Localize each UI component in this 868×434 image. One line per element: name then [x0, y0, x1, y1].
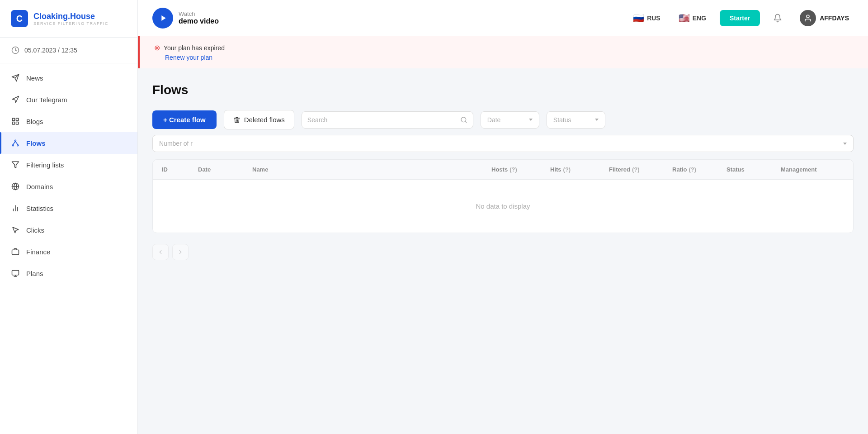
- renew-plan-link[interactable]: Renew your plan: [154, 54, 854, 61]
- pagination: [152, 244, 854, 260]
- ru-flag-icon: 🇷🇺: [633, 13, 644, 24]
- col-date: Date: [198, 166, 252, 173]
- demo-video-label: demo video: [179, 17, 219, 25]
- lang-en-button[interactable]: 🇺🇸 ENG: [674, 10, 711, 26]
- sidebar-item-clicks[interactable]: Clicks: [0, 219, 137, 241]
- help-icon[interactable]: (?): [509, 166, 517, 173]
- sidebar-item-label: Finance: [26, 248, 50, 256]
- flows-icon: [11, 138, 20, 148]
- chevron-down-icon: [529, 119, 533, 121]
- sidebar-item-finance[interactable]: Finance: [0, 241, 137, 262]
- sidebar-item-domains[interactable]: Domains: [0, 176, 137, 197]
- sidebar-datetime: 05.07.2023 / 12:35: [0, 38, 137, 63]
- sidebar: C Cloaking.House SERVICE FILTERING TRAFF…: [0, 0, 138, 434]
- cursor-icon: [11, 225, 20, 234]
- col-hosts: Hosts (?): [491, 166, 550, 173]
- svg-rect-5: [12, 122, 14, 124]
- stats-icon: [11, 204, 20, 213]
- sidebar-nav: News Our Telegram Blogs: [0, 63, 137, 434]
- megaphone-icon: [11, 73, 20, 82]
- alert-banner: ⊗ Your plan has expired Renew your plan: [138, 36, 868, 68]
- flows-table: ID Date Name Hosts (?) Hits (?) Filtered…: [152, 159, 854, 233]
- alert-message-row: ⊗ Your plan has expired: [154, 43, 854, 52]
- avatar: [800, 10, 816, 26]
- svg-line-10: [15, 141, 18, 145]
- plans-icon: [11, 269, 20, 278]
- logo-area: C Cloaking.House SERVICE FILTERING TRAFF…: [0, 0, 137, 38]
- finance-icon: [11, 247, 20, 256]
- col-hits: Hits (?): [550, 166, 609, 173]
- svg-marker-1: [12, 96, 19, 103]
- svg-marker-11: [12, 162, 19, 168]
- help-icon[interactable]: (?): [689, 166, 697, 173]
- search-input[interactable]: [307, 112, 457, 128]
- svg-rect-17: [12, 250, 19, 255]
- col-status: Status: [726, 166, 781, 173]
- create-flow-button[interactable]: + Create flow: [152, 110, 217, 129]
- sidebar-item-filtering[interactable]: Filtering lists: [0, 154, 137, 176]
- help-icon[interactable]: (?): [632, 166, 640, 173]
- user-menu-button[interactable]: AFFDAYS: [795, 7, 854, 29]
- sidebar-item-news[interactable]: News: [0, 67, 137, 89]
- play-button[interactable]: [152, 8, 173, 29]
- next-page-button[interactable]: [172, 244, 189, 260]
- chevron-right-icon: [177, 249, 184, 255]
- help-icon[interactable]: (?): [563, 166, 571, 173]
- svg-rect-18: [12, 270, 19, 275]
- svg-rect-3: [16, 118, 19, 120]
- bell-icon: [773, 14, 782, 23]
- table-header: ID Date Name Hosts (?) Hits (?) Filtered…: [153, 160, 853, 180]
- svg-marker-21: [161, 15, 165, 21]
- sidebar-item-label: Statistics: [26, 205, 53, 212]
- number-dropdown[interactable]: Number of r: [152, 135, 854, 152]
- col-id: ID: [162, 166, 198, 173]
- status-dropdown[interactable]: Status: [547, 111, 605, 129]
- svg-line-24: [465, 121, 467, 123]
- date-dropdown[interactable]: Date: [481, 111, 539, 129]
- prev-page-button[interactable]: [152, 244, 169, 260]
- svg-rect-4: [16, 122, 19, 124]
- send-icon: [11, 95, 20, 104]
- sidebar-item-blogs[interactable]: Blogs: [0, 110, 137, 132]
- user-name: AFFDAYS: [820, 14, 849, 22]
- domain-icon: [11, 182, 20, 191]
- trash-icon: [233, 116, 241, 124]
- search-icon: [460, 116, 467, 124]
- notifications-button[interactable]: [769, 10, 786, 27]
- sidebar-item-flows[interactable]: Flows: [0, 132, 137, 154]
- page-title: Flows: [152, 83, 854, 97]
- col-management: Management: [781, 166, 844, 173]
- filter-icon: [11, 160, 20, 169]
- us-flag-icon: 🇺🇸: [679, 13, 690, 24]
- lang-en-label: ENG: [693, 14, 706, 22]
- content-area: ⊗ Your plan has expired Renew your plan …: [138, 36, 868, 434]
- sidebar-item-label: Domains: [26, 183, 53, 191]
- svg-rect-2: [12, 118, 14, 120]
- alert-text: Your plan has expired: [164, 44, 225, 52]
- deleted-flows-button[interactable]: Deleted flows: [224, 110, 294, 129]
- watch-demo-section[interactable]: Watch demo video: [152, 8, 219, 29]
- sidebar-item-label: Blogs: [26, 118, 43, 125]
- svg-line-9: [13, 141, 15, 145]
- sidebar-item-telegram[interactable]: Our Telegram: [0, 89, 137, 110]
- sidebar-item-label: Filtering lists: [26, 161, 64, 169]
- svg-point-22: [807, 15, 809, 18]
- sidebar-item-label: Clicks: [26, 226, 44, 234]
- table-empty-state: No data to display: [153, 180, 853, 233]
- layout-icon: [11, 117, 20, 126]
- lang-ru-button[interactable]: 🇷🇺 RUS: [628, 10, 665, 26]
- sidebar-item-statistics[interactable]: Statistics: [0, 197, 137, 219]
- main-area: Watch demo video 🇷🇺 RUS 🇺🇸 ENG Starter: [138, 0, 868, 434]
- logo-text: Cloaking.House SERVICE FILTERING TRAFFIC: [33, 12, 108, 26]
- search-box[interactable]: [302, 111, 473, 129]
- watch-demo-text: Watch demo video: [179, 10, 219, 25]
- sidebar-item-label: News: [26, 74, 43, 82]
- logo-title: Cloaking.House: [33, 12, 108, 21]
- starter-button[interactable]: Starter: [720, 10, 760, 26]
- toolbar-row2: Number of r: [152, 135, 854, 152]
- col-filtered: Filtered (?): [609, 166, 672, 173]
- sidebar-item-plans[interactable]: Plans: [0, 262, 137, 284]
- watch-label: Watch: [179, 10, 219, 17]
- lang-ru-label: RUS: [647, 14, 660, 22]
- topbar: Watch demo video 🇷🇺 RUS 🇺🇸 ENG Starter: [138, 0, 868, 36]
